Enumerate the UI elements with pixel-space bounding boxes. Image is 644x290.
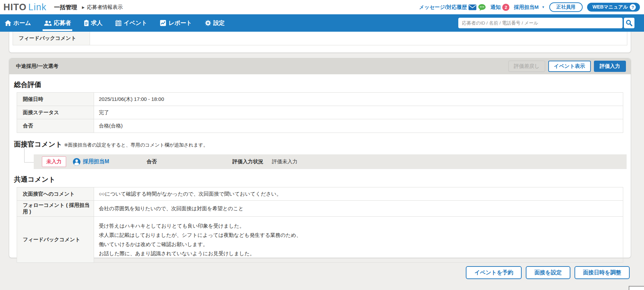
main-nav: ホーム 応募者 求人 イベント レポート 設定: [0, 14, 644, 32]
overall-evaluation-title: 総合評価: [14, 80, 627, 89]
adjust-interview-datetime-button[interactable]: 面接日時を調整: [574, 266, 630, 279]
logo-hito-text: HITO: [3, 2, 27, 13]
selection-header-buttons: 評価差戻し イベント表示 評価入力: [508, 61, 626, 72]
selection-card: 中途採用/一次選考 評価差戻し イベント表示 評価入力 総合評価 開催日時 20…: [9, 58, 631, 258]
gear-icon: [205, 20, 211, 26]
evaluation-status-label: 評価入力状況: [232, 158, 263, 165]
table-row: フィードバックコメント: [13, 32, 627, 45]
nav-label-events: イベント: [124, 19, 148, 27]
selection-body: 総合評価 開催日時 2025/11/06(木) 17:00 - 18:00 面接…: [9, 80, 631, 263]
people-icon: [44, 20, 52, 26]
staff-mode-button[interactable]: 正社員用: [549, 2, 583, 12]
nav-label-settings: 設定: [213, 19, 225, 27]
interview-status-value: 完了: [94, 106, 623, 119]
interview-status-label: 面接ステータス: [17, 106, 94, 119]
notifications[interactable]: 通知 2: [490, 4, 509, 11]
hito-link-logo[interactable]: HITO Link: [3, 2, 47, 13]
common-comment-table: 次面接官へのコメント ○○について確認する時間がなかったので、次回面接で聞いてお…: [17, 187, 623, 263]
search-icon: [626, 19, 633, 27]
nav-item-applicants[interactable]: 応募者: [44, 14, 71, 32]
chat-bubble-icon[interactable]: [478, 4, 486, 11]
person-circle-icon: [73, 158, 80, 166]
pass-fail-label: 合否: [17, 119, 94, 133]
feedback-comment-value: [90, 32, 627, 45]
pass-fail-value: 合格(合格): [94, 119, 623, 133]
clipped-corner-panel: [629, 286, 644, 290]
chevron-down-icon: ▼: [542, 5, 545, 9]
event-datetime-value: 2025/11/06(木) 17:00 - 18:00: [94, 93, 623, 106]
interviewer-row: 未入力 採用担当M 合否 評価入力状況 評価未入力: [34, 154, 627, 169]
interviewer-result-label: 合否: [147, 158, 157, 165]
next-interviewer-comment-label: 次面接官へのコメント: [17, 187, 94, 200]
web-manual-button[interactable]: WEBマニュアル ?: [587, 3, 640, 12]
nav-label-jobs: 求人: [91, 19, 103, 27]
logo-link-text: Link: [28, 2, 47, 13]
feedback-comment-value: 受け答えはハキハキとしておりとても良い印象を受けました。 求人票に記載はしており…: [94, 217, 623, 262]
nav-item-events[interactable]: イベント: [115, 14, 148, 32]
reserve-event-button[interactable]: イベントを予約: [466, 266, 522, 279]
footer-action-buttons: イベントを予約 面接を設定 面接日時を調整: [466, 266, 630, 279]
overall-evaluation-table: 開催日時 2025/11/06(木) 17:00 - 18:00 面接ステータス…: [17, 92, 623, 133]
selection-header: 中途採用/一次選考 評価差戻し イベント表示 評価入力: [9, 58, 631, 74]
event-datetime-label: 開催日時: [17, 93, 94, 106]
tree-connector-line: [24, 148, 34, 163]
evaluation-status-value: 評価未入力: [272, 158, 297, 165]
calendar-icon: [115, 20, 122, 26]
interviewer-comment-title: 面接官コメント: [14, 140, 62, 149]
selection-title: 中途採用/一次選考: [16, 63, 58, 70]
user-menu[interactable]: 採用担当M ▼: [514, 4, 545, 11]
messages-history-link[interactable]: メッセージ/対応履歴: [419, 4, 467, 11]
feedback-comment-label: フィードバックコメント: [17, 217, 94, 262]
header-right-cluster: メッセージ/対応履歴 通知 2 採用担当M ▼ 正社員用 WEBマニュアル ?: [419, 2, 640, 12]
nav-item-reports[interactable]: レポート: [160, 14, 192, 32]
active-tab-indicator: [43, 29, 72, 31]
nav-item-settings[interactable]: 設定: [205, 14, 225, 32]
mail-icon[interactable]: [469, 4, 476, 10]
nav-label-home: ホーム: [13, 19, 31, 27]
feedback-comment-label: フィードバックコメント: [13, 32, 90, 45]
web-manual-label: WEBマニュアル: [593, 4, 628, 10]
interviewer-comment-note: ※面接担当者の設定をすると、専用のコメント欄が追加されます。: [64, 142, 208, 148]
table-row: 開催日時 2025/11/06(木) 17:00 - 18:00: [17, 93, 623, 106]
home-icon: [5, 20, 11, 26]
interviewer-name-link[interactable]: 採用担当M: [83, 158, 109, 165]
table-row: 合否 合格(合格): [17, 119, 623, 133]
table-row: 面接ステータス 完了: [17, 106, 623, 119]
table-row: 次面接官へのコメント ○○について確認する時間がなかったので、次回面接で聞いてお…: [17, 187, 623, 201]
nav-item-jobs[interactable]: 求人: [84, 14, 103, 32]
table-row: フォローコメント ( 採用担当用 ) 会社の雰囲気を知りたいので、次回面接は対面…: [17, 201, 623, 217]
breadcrumb-section: 一括管理: [54, 3, 77, 11]
interviewer-comment-heading: 面接官コメント ※面接担当者の設定をすると、専用のコメント欄が追加されます。: [14, 140, 627, 149]
breadcrumb-arrow-icon: ▶: [82, 5, 85, 9]
interviewer-row-wrap: 未入力 採用担当M 合否 評価入力状況 評価未入力: [13, 149, 627, 169]
top-header: HITO Link 一括管理 ▶ 応募者情報表示 メッセージ/対応履歴 通知 2…: [0, 0, 644, 14]
search-input[interactable]: [458, 18, 623, 28]
next-interviewer-comment-value: ○○について確認する時間がなかったので、次回面接で聞いておいてください。: [94, 187, 623, 200]
nav-label-reports: レポート: [168, 19, 192, 27]
not-entered-badge: 未入力: [42, 156, 66, 167]
follow-comment-value: 会社の雰囲気を知りたいので、次回面接は対面を希望とのこと: [94, 201, 623, 216]
previous-section-card: フィードバックコメント: [9, 32, 631, 53]
notification-count-badge: 2: [502, 4, 509, 11]
applicant-search: [458, 18, 634, 28]
breadcrumb-page: 応募者情報表示: [87, 4, 123, 11]
table-row: フィードバックコメント 受け答えはハキハキとしておりとても良い印象を受けました。…: [17, 217, 623, 262]
follow-comment-label: フォローコメント ( 採用担当用 ): [17, 201, 94, 216]
clipboard-icon: [84, 20, 89, 26]
evaluation-return-button[interactable]: 評価差戻し: [508, 61, 545, 72]
feedback-cut-table: フィードバックコメント: [13, 32, 627, 45]
search-button[interactable]: [624, 18, 634, 28]
user-name: 採用担当M: [514, 4, 539, 11]
nav-label-applicants: 応募者: [54, 19, 71, 27]
event-display-button[interactable]: イベント表示: [548, 61, 591, 72]
nav-item-home[interactable]: ホーム: [5, 14, 31, 32]
breadcrumb: 一括管理 ▶ 応募者情報表示: [54, 3, 123, 11]
chart-icon: [160, 20, 166, 26]
notifications-label: 通知: [490, 4, 501, 11]
question-mark-icon: ?: [630, 4, 636, 10]
evaluation-input-button[interactable]: 評価入力: [594, 61, 626, 72]
set-interview-button[interactable]: 面接を設定: [526, 266, 570, 279]
common-comment-title: 共通コメント: [14, 175, 627, 184]
